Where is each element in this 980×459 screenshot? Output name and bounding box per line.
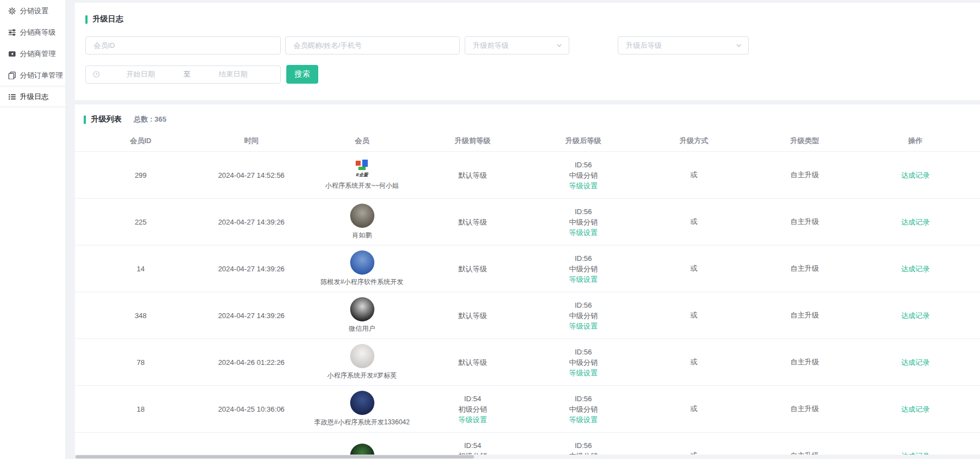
clock-icon — [92, 70, 100, 78]
level-id: ID:56 — [575, 441, 592, 450]
sidebar-item-分销商等级[interactable]: 分销商等级 — [0, 21, 66, 43]
table-row: 78 2024-04-26 01:22:26 小程序系统开发#罗标英 默认等级 … — [75, 339, 980, 386]
level-settings-link[interactable]: 等级设置 — [528, 414, 639, 425]
column-header: 升级后等级 — [528, 136, 639, 146]
action-cell: 达成记录 — [860, 357, 971, 368]
pre-level-select[interactable]: 升级前等级 — [465, 36, 569, 54]
level-settings-link[interactable]: 等级设置 — [528, 368, 639, 378]
table-row: 18 2024-04-25 10:36:06 李政恩#小程序系统开发133604… — [75, 386, 980, 433]
date-range-separator: 至 — [181, 69, 193, 79]
action-cell: 达成记录 — [860, 264, 971, 274]
sidebar-item-label: 分销设置 — [20, 6, 48, 16]
avatar: E企盟 — [354, 160, 371, 178]
level-settings-link[interactable]: 等级设置 — [528, 321, 639, 331]
sidebar-item-升级日志[interactable]: 升级日志 — [0, 86, 66, 107]
time-cell: 2024-04-26 01:22:26 — [196, 358, 307, 367]
list-title: 升级列表 — [91, 114, 122, 124]
level-settings-link[interactable]: 等级设置 — [528, 274, 639, 285]
end-date-placeholder[interactable]: 结束日期 — [193, 69, 274, 79]
upgrade-log-filter-card: 升级日志 升级前等级 升级后等级 开始日期 至 结束日期 搜索 — [75, 3, 980, 100]
post-level-cell: ID:56 中级分销 等级设置 — [528, 394, 639, 425]
avatar — [350, 250, 374, 275]
start-date-placeholder[interactable]: 开始日期 — [100, 69, 181, 79]
member-name: 小程序系统开发~~何小姐 — [325, 181, 399, 190]
level-name: 中级分销 — [528, 170, 639, 181]
pre-level-cell: 默认等级 — [417, 264, 528, 274]
title-accent-bar — [84, 116, 86, 124]
table-header: 会员ID 时间 会员 升级前等级 升级后等级 升级方式 升级类型 操作 — [75, 130, 980, 152]
member-cell: 李政恩#小程序系统开发1336042 — [307, 391, 417, 427]
level-name: 中级分销 — [528, 217, 639, 227]
level-id: ID:56 — [575, 301, 592, 309]
post-level-cell: ID:56 中级分销 等级设置 — [528, 206, 639, 238]
level-name: 中级分销 — [528, 310, 639, 321]
upgrade-type-cell: 自主升级 — [749, 217, 860, 227]
post-level-select[interactable]: 升级后等级 — [618, 36, 749, 54]
member-id-cell: 14 — [85, 265, 196, 273]
search-button[interactable]: 搜索 — [286, 65, 318, 84]
level-id: ID:54 — [464, 441, 481, 450]
pre-level-cell: 默认等级 — [417, 310, 528, 321]
level-id: ID:56 — [575, 395, 592, 403]
post-level-cell: ID:56 中级分销 等级设置 — [528, 300, 639, 331]
table-body: 299 2024-04-27 14:52:56 E企盟 小程序系统开发~~何小姐… — [75, 152, 980, 459]
achievement-record-link[interactable]: 达成记录 — [860, 217, 971, 227]
level-name: 默认等级 — [417, 264, 528, 274]
member-name-input[interactable] — [285, 36, 460, 54]
member-id-cell: 225 — [85, 218, 196, 226]
avatar — [350, 297, 374, 321]
date-range-picker[interactable]: 开始日期 至 结束日期 — [85, 65, 281, 84]
level-name: 中级分销 — [528, 404, 639, 414]
upgrade-method-cell: 或 — [639, 357, 749, 367]
time-cell: 2024-04-27 14:39:26 — [196, 218, 307, 226]
level-name: 默认等级 — [417, 217, 528, 227]
achievement-record-link[interactable]: 达成记录 — [860, 310, 971, 321]
chevron-down-icon — [736, 43, 742, 48]
upgrade-method-cell: 或 — [639, 217, 749, 227]
member-cell: E企盟 小程序系统开发~~何小姐 — [307, 160, 417, 190]
achievement-record-link[interactable]: 达成记录 — [860, 357, 971, 368]
level-settings-link[interactable]: 等级设置 — [417, 414, 528, 425]
sidebar-item-label: 升级日志 — [20, 92, 48, 102]
member-id-input[interactable] — [85, 36, 281, 54]
upgrade-type-cell: 自主升级 — [749, 310, 860, 320]
member-name: 李政恩#小程序系统开发1336042 — [314, 418, 410, 427]
post-level-select-value: 升级后等级 — [626, 41, 662, 51]
column-header: 操作 — [860, 136, 971, 146]
card-icon — [8, 50, 16, 58]
sidebar-item-分销设置[interactable]: 分销设置 — [0, 0, 66, 21]
upgrade-type-cell: 自主升级 — [749, 170, 860, 180]
action-cell: 达成记录 — [860, 217, 971, 227]
member-id-cell: 348 — [85, 312, 196, 320]
sidebar-item-分销商管理[interactable]: 分销商管理 — [0, 43, 66, 64]
pre-level-select-value: 升级前等级 — [473, 41, 509, 51]
scrollbar-thumb[interactable] — [75, 455, 474, 458]
member-name: 肖如鹏 — [352, 231, 372, 240]
page-title: 升级日志 — [92, 14, 123, 24]
achievement-record-link[interactable]: 达成记录 — [860, 264, 971, 274]
level-settings-link[interactable]: 等级设置 — [528, 227, 639, 238]
upgrade-method-cell: 或 — [639, 170, 749, 180]
column-header: 会员ID — [85, 136, 196, 146]
sidebar-item-分销订单管理[interactable]: 分销订单管理 — [0, 64, 66, 86]
member-cell: 陈根发#小程序软件系统开发 — [307, 250, 417, 287]
achievement-record-link[interactable]: 达成记录 — [860, 404, 971, 414]
level-id: ID:56 — [575, 348, 592, 356]
table-row: 14 2024-04-27 14:39:26 陈根发#小程序软件系统开发 默认等… — [75, 245, 980, 292]
level-name: 默认等级 — [417, 170, 528, 181]
level-id: ID:54 — [464, 395, 481, 403]
total-count: 总数 : 365 — [134, 114, 166, 124]
level-id: ID:56 — [575, 207, 592, 216]
upgrade-list-card: 升级列表 总数 : 365 会员ID 时间 会员 升级前等级 升级后等级 升级方… — [75, 105, 980, 459]
level-settings-link[interactable]: 等级设置 — [528, 181, 639, 191]
list-card-title-row: 升级列表 总数 : 365 — [75, 114, 980, 124]
achievement-record-link[interactable]: 达成记录 — [860, 170, 971, 181]
upgrade-method-cell: 或 — [639, 264, 749, 274]
column-header: 会员 — [307, 136, 417, 146]
level-name: 默认等级 — [417, 357, 528, 368]
level-name: 默认等级 — [417, 310, 528, 321]
column-header: 升级前等级 — [417, 136, 528, 146]
level-name: 初级分销 — [417, 404, 528, 414]
avatar — [350, 204, 374, 228]
sidebar: 分销设置 分销商等级 分销商管理 分销订单管理 升级日志 — [0, 0, 66, 459]
